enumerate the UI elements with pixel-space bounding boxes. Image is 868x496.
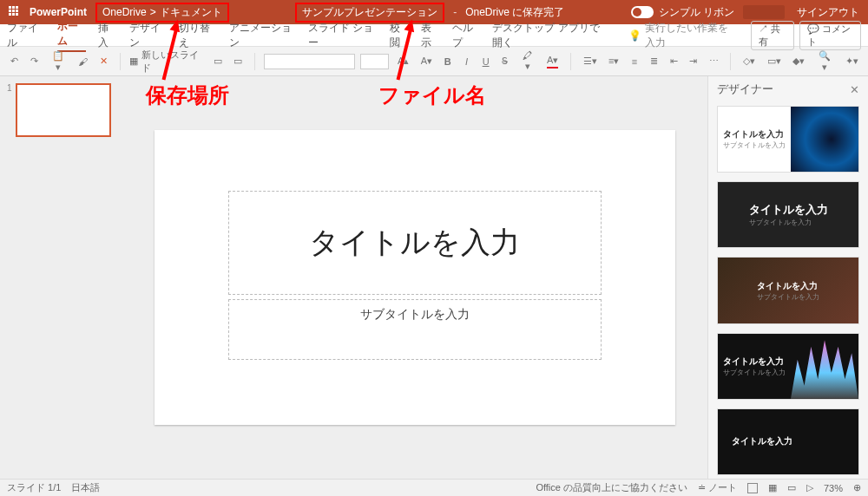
sign-out-link[interactable]: サインアウト bbox=[797, 5, 859, 20]
app-name: PowerPoint bbox=[30, 6, 87, 18]
close-icon[interactable]: ✕ bbox=[850, 83, 859, 96]
shapes-button[interactable]: ◇▾ bbox=[740, 54, 758, 69]
file-name[interactable]: サンプルプレゼンテーション bbox=[295, 3, 444, 23]
comments-button[interactable]: 💬 コメント bbox=[799, 21, 861, 50]
separator: - bbox=[453, 6, 457, 18]
align-center-button[interactable]: ≣ bbox=[647, 54, 661, 69]
status-language[interactable]: 日本語 bbox=[71, 481, 100, 494]
toggle-switch-icon bbox=[631, 6, 654, 18]
tab-view[interactable]: 表示 bbox=[421, 21, 440, 50]
delete-button[interactable]: ✕ bbox=[96, 54, 111, 69]
breadcrumb-root: OneDrive bbox=[102, 6, 147, 18]
tab-file[interactable]: ファイル bbox=[7, 21, 45, 50]
view-reading-button[interactable]: ▭ bbox=[787, 482, 796, 493]
font-color-button[interactable]: A▾ bbox=[543, 53, 562, 70]
font-size-select[interactable] bbox=[360, 54, 389, 69]
section-button[interactable]: ▭ bbox=[230, 54, 246, 69]
save-status: OneDrive に保存完了 bbox=[465, 5, 564, 20]
design-idea[interactable]: タイトルを入力サブタイトルを入力 bbox=[717, 333, 859, 400]
save-location-breadcrumb[interactable]: OneDrive > ドキュメント bbox=[95, 3, 229, 23]
numbering-button[interactable]: ≡▾ bbox=[605, 54, 622, 69]
more-paragraph-button[interactable]: ⋯ bbox=[706, 54, 722, 69]
underline-button[interactable]: U bbox=[479, 55, 493, 69]
slide-canvas[interactable]: タイトルを入力 サブタイトルを入力 bbox=[155, 130, 675, 425]
user-account[interactable] bbox=[743, 5, 785, 19]
design-idea[interactable]: タイトルを入力 bbox=[717, 408, 859, 475]
breadcrumb-separator: > bbox=[150, 6, 156, 18]
design-ideas-list[interactable]: タイトルを入力サブタイトルを入力 タイトルを入力サブタイトルを入力 タイトルを入… bbox=[708, 102, 868, 479]
divider bbox=[120, 53, 121, 70]
ribbon-tabs: ファイル ホーム 挿入 デザイン 切り替え アニメーション スライド ショー 校… bbox=[0, 24, 868, 47]
status-slide-number[interactable]: スライド 1/1 bbox=[7, 481, 61, 494]
tell-me-placeholder: 実行したい作業を入力 bbox=[645, 21, 739, 50]
simple-ribbon-label: シンプル リボン bbox=[659, 5, 734, 20]
bold-button[interactable]: B bbox=[441, 55, 455, 69]
design-idea[interactable]: タイトルを入力サブタイトルを入力 bbox=[717, 257, 859, 323]
italic-button[interactable]: I bbox=[460, 55, 474, 69]
slide-editor[interactable]: タイトルを入力 サブタイトルを入力 bbox=[122, 76, 707, 479]
design-idea[interactable]: タイトルを入力サブタイトルを入力 bbox=[717, 181, 859, 248]
status-bar: スライド 1/1 日本語 Office の品質向上にご協力ください ≐ ノート … bbox=[0, 479, 868, 496]
shape-fill-button[interactable]: ◆▾ bbox=[789, 54, 807, 69]
tab-slideshow[interactable]: スライド ショー bbox=[308, 21, 378, 50]
notes-button[interactable]: ≐ ノート bbox=[698, 481, 737, 494]
indent-inc-button[interactable]: ⇥ bbox=[686, 54, 700, 69]
new-slide-icon: ▦ bbox=[129, 55, 138, 67]
divider bbox=[254, 53, 255, 70]
lightbulb-icon: 💡 bbox=[628, 29, 641, 42]
simple-ribbon-toggle[interactable]: シンプル リボン bbox=[631, 5, 734, 20]
view-slideshow-button[interactable]: ▷ bbox=[806, 482, 813, 493]
designer-button[interactable]: ✦▾ bbox=[842, 54, 861, 69]
tab-design[interactable]: デザイン bbox=[129, 21, 168, 50]
align-left-button[interactable]: ≡ bbox=[628, 55, 641, 69]
thumbnail-number: 1 bbox=[7, 83, 12, 93]
undo-button[interactable]: ↶ bbox=[7, 54, 22, 69]
arrange-button[interactable]: ▭▾ bbox=[764, 54, 784, 69]
divider bbox=[730, 53, 731, 70]
slide-thumbnail-pane[interactable]: 1 bbox=[0, 76, 122, 479]
redo-button[interactable]: ↷ bbox=[27, 54, 42, 69]
find-button[interactable]: 🔍▾ bbox=[812, 49, 836, 75]
tab-transitions[interactable]: 切り替え bbox=[179, 21, 217, 50]
view-sorter-button[interactable]: ▦ bbox=[768, 482, 777, 493]
design-idea[interactable]: タイトルを入力サブタイトルを入力 bbox=[717, 106, 859, 173]
tell-me-search[interactable]: 💡 実行したい作業を入力 bbox=[628, 21, 739, 50]
tab-insert[interactable]: 挿入 bbox=[98, 21, 117, 50]
share-button[interactable]: ↗ 共有 bbox=[751, 21, 794, 50]
breadcrumb-folder: ドキュメント bbox=[160, 5, 222, 20]
thumbnail-preview[interactable] bbox=[16, 83, 111, 137]
app-launcher-icon[interactable] bbox=[9, 6, 21, 18]
designer-pane: デザイナー ✕ タイトルを入力サブタイトルを入力 タイトルを入力サブタイトルを入… bbox=[707, 76, 868, 479]
layout-button[interactable]: ▭ bbox=[210, 54, 226, 69]
indent-dec-button[interactable]: ⇤ bbox=[667, 54, 681, 69]
designer-title: デザイナー bbox=[717, 82, 773, 97]
status-quality-link[interactable]: Office の品質向上にご協力ください bbox=[536, 481, 687, 494]
paste-button[interactable]: 📋▾ bbox=[46, 49, 69, 75]
tab-home[interactable]: ホーム bbox=[57, 19, 86, 52]
new-slide-label: 新しいスライド bbox=[141, 49, 205, 75]
work-area: 1 タイトルを入力 サブタイトルを入力 デザイナー ✕ タイトルを入力サブタイト… bbox=[0, 76, 868, 479]
tab-help[interactable]: ヘルプ bbox=[452, 21, 481, 50]
title-placeholder[interactable]: タイトルを入力 bbox=[228, 191, 602, 295]
bullets-button[interactable]: ☰▾ bbox=[580, 54, 600, 69]
strike-button[interactable]: S̶ bbox=[498, 54, 512, 69]
fit-button[interactable]: ⊕ bbox=[853, 482, 861, 493]
tab-desktop-app[interactable]: デスクトップ アプリで開く bbox=[492, 21, 609, 50]
highlight-button[interactable]: 🖍▾ bbox=[517, 49, 538, 74]
tab-animations[interactable]: アニメーション bbox=[229, 21, 296, 50]
font-family-select[interactable] bbox=[264, 54, 356, 69]
divider bbox=[570, 53, 571, 70]
thumbnail-item[interactable]: 1 bbox=[7, 83, 115, 137]
subtitle-placeholder[interactable]: サブタイトルを入力 bbox=[228, 299, 602, 360]
zoom-level[interactable]: 73% bbox=[824, 483, 843, 493]
decrease-font-button[interactable]: A▾ bbox=[418, 54, 436, 69]
view-normal-button[interactable] bbox=[747, 483, 758, 493]
ribbon-toolbar: ↶ ↷ 📋▾ 🖌 ✕ ▦ 新しいスライド ▭ ▭ A▴ A▾ B I U S̶ … bbox=[0, 47, 868, 76]
format-painter-button[interactable]: 🖌 bbox=[75, 55, 91, 69]
